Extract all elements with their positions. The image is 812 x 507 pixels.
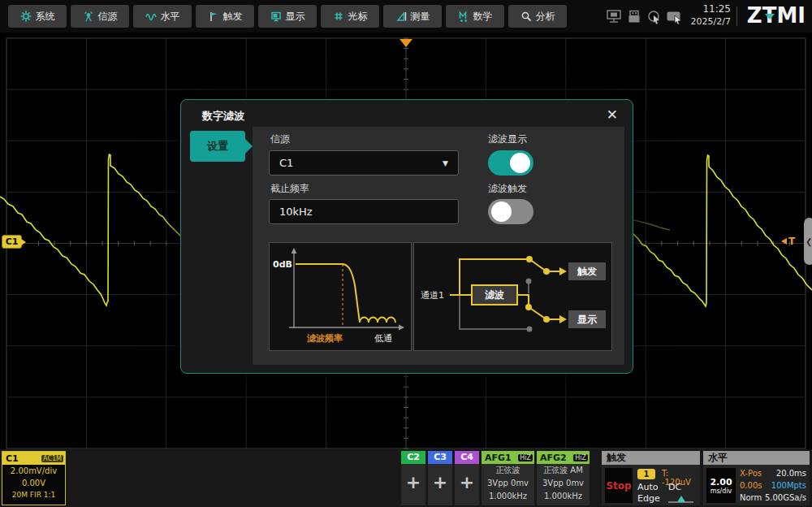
rising-edge-icon <box>667 493 696 505</box>
menu-cursor-button[interactable]: 光标 <box>321 5 379 28</box>
c1-trace-left <box>0 154 187 306</box>
channel1-input-label: 通道1 <box>421 290 444 301</box>
filter-display-label: 滤波显示 <box>488 132 527 146</box>
source-dropdown[interactable]: C1 ▼ <box>269 150 459 176</box>
trigger-status-block[interactable]: 触发 Stop 1 T: -120uV Auto DC Edge <box>602 451 700 505</box>
menu-label: 数学 <box>473 10 493 24</box>
channel1-header: C1 AC1M <box>2 452 65 465</box>
xpos-label: X-Pos <box>740 469 762 478</box>
gear-icon <box>20 11 32 22</box>
menu-trigger-button[interactable]: 触发 <box>196 5 254 28</box>
channel1-offset: 0.00V <box>2 477 65 489</box>
logo-triangle <box>765 14 775 20</box>
date: 2025/2/7 <box>691 15 731 28</box>
afg1-header: AFG1 HiZ <box>482 451 534 464</box>
time: 11:25 <box>691 3 731 15</box>
horizontal-block-title: 水平 <box>703 451 810 465</box>
menu-horizontal-button[interactable]: 水平 <box>133 5 192 28</box>
close-icon[interactable]: ✕ <box>603 105 621 124</box>
touch-screen-icon <box>666 10 684 24</box>
sine-wave-icon <box>145 11 157 22</box>
afg2-header: AFG2 HiZ <box>537 451 590 464</box>
afg2-amplitude: 3Vpp 0mv <box>537 477 590 490</box>
acquisition-mode: Norm <box>740 493 762 502</box>
flag-icon <box>208 11 219 22</box>
timebase-scale-box: 2.00 ms/div <box>706 468 736 503</box>
menu-label: 信源 <box>98 10 118 24</box>
impedance-badge: HiZ <box>518 454 533 462</box>
menu-label: 水平 <box>161 10 180 24</box>
delay-value: 0.00s <box>740 481 762 490</box>
channel4-add-block[interactable]: C4 + <box>455 451 479 505</box>
db-axis-label: 0dB <box>273 259 292 270</box>
impedance-badge: HiZ <box>573 454 588 462</box>
afg1-amplitude: 3Vpp 0mv <box>482 477 534 490</box>
toggle-knob <box>510 153 530 173</box>
menu-label: 光标 <box>348 10 368 24</box>
touch-sound-icon <box>646 10 663 24</box>
cursor-grid-icon <box>333 11 344 22</box>
channel1-status-block[interactable]: C1 AC1M 2.00mV/div 0.00V 20M FIR 1:1 <box>2 451 66 505</box>
monitor-icon <box>270 11 282 22</box>
trigger-position-marker[interactable] <box>400 39 412 47</box>
channel1-level-marker[interactable]: C1 <box>2 235 22 249</box>
bottom-status-bar: C1 AC1M 2.00mV/div 0.00V 20M FIR 1:1 C2 … <box>0 449 812 507</box>
side-panel-handle[interactable]: ❮ <box>804 218 812 265</box>
menu-source-button[interactable]: 信源 <box>71 5 129 28</box>
magnifier-icon <box>520 11 532 22</box>
menu-measure-button[interactable]: 测量 <box>383 5 442 28</box>
filter-display-toggle[interactable] <box>488 150 533 176</box>
menu-label: 测量 <box>411 10 430 24</box>
usb-device-icon <box>627 10 641 24</box>
menu-label: 触发 <box>223 10 243 24</box>
filter-trigger-label: 滤波触发 <box>488 182 527 196</box>
source-label: 信源 <box>270 132 290 146</box>
top-menu-bar: 系统 信源 水平 触发 显示 光标 测量 数学 <box>0 0 812 32</box>
menu-math-button[interactable]: 数学 <box>446 5 504 28</box>
channel2-add-block[interactable]: C2 + <box>401 451 425 505</box>
xpos-value: 20.0ms <box>776 469 806 478</box>
tab-settings[interactable]: 设置 <box>190 131 245 162</box>
channel1-name: C1 <box>6 453 19 464</box>
filter-frequency-label: 滤波频率 <box>306 333 343 344</box>
menu-analyze-button[interactable]: 分析 <box>508 5 567 28</box>
menu-label: 分析 <box>536 10 555 24</box>
add-channel-icon: + <box>428 464 452 501</box>
channel3-add-block[interactable]: C3 + <box>428 451 452 505</box>
menu-label: 显示 <box>286 10 305 24</box>
filter-trigger-toggle[interactable] <box>488 199 533 224</box>
lowpass-label: 低通 <box>374 333 392 344</box>
c1-trace-right <box>625 155 812 306</box>
filter-box-label: 滤波 <box>485 289 504 301</box>
channel1-scale: 2.00mV/div <box>2 465 65 477</box>
trigger-dest-label: 触发 <box>577 266 597 277</box>
trigger-level-marker[interactable]: T <box>781 236 795 247</box>
menu-system-button[interactable]: 系统 <box>8 5 67 28</box>
cutoff-input[interactable]: 10kHz <box>269 199 459 224</box>
afg1-status-block[interactable]: AFG1 HiZ 正弦波 3Vpp 0mv 1.000kHz <box>482 451 534 505</box>
toggle-knob <box>491 202 512 222</box>
menu-display-button[interactable]: 显示 <box>258 5 317 28</box>
menu-label: 系统 <box>36 10 55 24</box>
channel2-header: C2 <box>401 451 425 464</box>
filter-response-diagram: 0dB 滤波频率 低通 <box>269 242 412 351</box>
chevron-down-icon: ▼ <box>443 159 448 167</box>
memory-depth: 100Mpts <box>771 481 806 490</box>
afg2-status-block[interactable]: AFG2 HiZ 正弦波 AM 3Vpp 0mv 1.000kHz <box>537 451 590 505</box>
afg1-frequency: 1.000kHz <box>482 490 534 503</box>
signal-routing-diagram: 滤波 触发 显示 通道1 <box>413 242 612 351</box>
add-channel-icon: + <box>401 464 425 501</box>
trigger-mode: Auto <box>637 482 659 492</box>
afg1-waveform: 正弦波 <box>482 464 534 477</box>
horizontal-status-block[interactable]: 水平 2.00 ms/div X-Pos 20.0ms 0.00s 100Mpt… <box>703 451 810 505</box>
oscilloscope-screen: 系统 信源 水平 触发 显示 光标 测量 数学 <box>0 0 812 507</box>
afg2-waveform: 正弦波 AM <box>537 464 590 477</box>
signal-source-icon <box>83 11 94 22</box>
channel1-bandwidth-filter-probe: 20M FIR 1:1 <box>2 489 65 501</box>
cutoff-value: 10kHz <box>279 206 313 218</box>
display-dest-label: 显示 <box>577 314 598 325</box>
acquisition-state: Stop <box>605 468 633 503</box>
trigger-type: Edge <box>637 493 660 504</box>
measure-triangle-icon <box>395 11 407 22</box>
sample-rate: 5.00GSa/s <box>765 493 806 502</box>
